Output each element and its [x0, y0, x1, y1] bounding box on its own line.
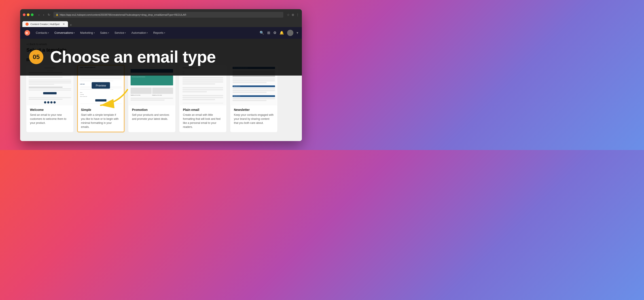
nav-reports[interactable]: Reports ▾: [151, 30, 168, 36]
template-card-simple[interactable]: EMAIL CONTENT/TEMPLATE: [77, 65, 124, 132]
template-preview-simple: EMAIL CONTENT/TEMPLATE: [78, 66, 124, 105]
maximize-button[interactable]: [31, 14, 34, 16]
template-title-promotion: Promotion: [132, 108, 172, 112]
template-preview-plain-email: Name Date: [180, 66, 226, 105]
chevron-down-icon: ▾: [164, 32, 165, 34]
browser-window: ‹ › ↻ 🔒 https://app-eu1.hubspot.com/cont…: [20, 9, 302, 141]
user-avatar[interactable]: [287, 30, 294, 36]
template-info-promotion: Promotion Sell your products and service…: [129, 105, 175, 124]
template-title-newsletter: Newsletter: [234, 108, 274, 112]
hubspot-navbar: ⚙ Contacts ▾ Conversations ▾ Marketing ▾…: [20, 27, 302, 39]
template-title-plain-email: Plain email: [183, 108, 223, 112]
template-desc-welcome: Send an email to your new customers to w…: [30, 113, 70, 125]
template-info-simple: Simple Start with a simple template if y…: [78, 105, 124, 132]
notifications-icon[interactable]: 🔔: [280, 31, 284, 35]
main-content: ‹ < Back to emails Select a template Bas…: [20, 39, 302, 141]
nav-conversations[interactable]: Conversations ▾: [52, 30, 77, 36]
template-info-newsletter: Newsletter Keep your contacts engaged wi…: [231, 105, 277, 128]
template-preview-welcome: Company logo: [27, 66, 73, 105]
extensions-icon[interactable]: ⊕: [292, 13, 294, 16]
template-preview-newsletter: Share your latest news and updates Sprea…: [231, 66, 277, 105]
profile-chevron-icon[interactable]: ▾: [296, 31, 298, 35]
chevron-down-icon: ▾: [94, 32, 95, 34]
chevron-down-icon: ▾: [147, 32, 148, 34]
template-desc-simple: Start with a simple template if you like…: [81, 113, 121, 129]
ssl-icon: 🔒: [56, 14, 58, 16]
tab-favicon: [26, 22, 28, 26]
template-card-newsletter[interactable]: Share your latest news and updates Sprea…: [230, 65, 277, 132]
chevron-down-icon: ▾: [108, 32, 109, 34]
svg-text:⚙: ⚙: [26, 32, 28, 35]
menu-icon[interactable]: ⋮: [296, 13, 299, 16]
template-card-welcome[interactable]: Company logo: [26, 65, 73, 132]
templates-area: Basic Company logo: [20, 56, 302, 141]
close-button[interactable]: [23, 14, 26, 16]
tab-bar: Content Creator | HubSpot ✕ +: [20, 20, 302, 27]
nav-contacts[interactable]: Contacts ▾: [34, 30, 51, 36]
page-title: Select a template: [26, 47, 296, 53]
template-info-plain-email: Plain email Create an email with little …: [180, 105, 226, 132]
bookmark-icon[interactable]: ☆: [287, 13, 290, 16]
template-title-welcome: Welcome: [30, 108, 70, 112]
active-tab[interactable]: Content Creator | HubSpot ✕: [22, 21, 68, 27]
template-info-welcome: Welcome Send an email to your new custom…: [27, 105, 73, 128]
reload-button[interactable]: ↻: [46, 12, 52, 18]
hubspot-logo[interactable]: ⚙: [24, 29, 31, 36]
template-preview-promotion: Company logo Promote your goods and serv…: [129, 66, 175, 105]
page-header: ‹ < Back to emails Select a template: [20, 39, 302, 56]
search-icon[interactable]: 🔍: [260, 31, 264, 35]
browser-actions: ☆ ⊕ ⋮: [287, 13, 299, 16]
traffic-lights: [23, 14, 34, 16]
template-card-promotion[interactable]: Company logo Promote your goods and serv…: [128, 65, 175, 132]
browser-chrome: ‹ › ↻ 🔒 https://app-eu1.hubspot.com/cont…: [20, 9, 302, 20]
chevron-down-icon: ▾: [125, 32, 126, 34]
template-desc-newsletter: Keep your contacts engaged with your bra…: [234, 113, 274, 125]
back-to-emails-link[interactable]: ‹ < Back to emails: [26, 43, 296, 46]
section-label: Basic: [26, 58, 296, 62]
tab-close[interactable]: ✕: [62, 22, 65, 26]
address-bar[interactable]: 🔒 https://app-eu1.hubspot.com/content/25…: [54, 12, 283, 18]
browser-nav-buttons: ‹ › ↻: [37, 12, 52, 18]
chevron-down-icon: ▾: [48, 32, 49, 34]
new-tab-button[interactable]: +: [70, 23, 72, 27]
grid-icon[interactable]: ⊞: [267, 31, 270, 35]
template-desc-plain-email: Create an email with little formatting t…: [183, 113, 223, 129]
chevron-down-icon: ▾: [74, 32, 75, 34]
settings-icon[interactable]: ⚙: [273, 31, 276, 35]
tab-title: Content Creator | HubSpot: [30, 23, 60, 26]
templates-grid: Company logo: [26, 65, 296, 132]
forward-browser-button[interactable]: ›: [42, 12, 46, 18]
url-text: https://app-eu1.hubspot.com/content/2503…: [60, 14, 186, 16]
nav-service[interactable]: Service ▾: [112, 30, 128, 36]
template-desc-promotion: Sell your products and services and prom…: [132, 113, 172, 121]
nav-automation[interactable]: Automation ▾: [129, 30, 150, 36]
template-card-plain-email[interactable]: Name Date: [179, 65, 226, 132]
nav-right-actions: 🔍 ⊞ ⚙ 🔔 ▾: [260, 30, 298, 36]
back-browser-button[interactable]: ‹: [37, 12, 41, 18]
nav-marketing[interactable]: Marketing ▾: [78, 30, 97, 36]
nav-sales[interactable]: Sales ▾: [98, 30, 112, 36]
minimize-button[interactable]: [27, 14, 30, 16]
preview-button-simple[interactable]: Preview: [92, 82, 110, 88]
template-title-simple: Simple: [81, 108, 121, 112]
